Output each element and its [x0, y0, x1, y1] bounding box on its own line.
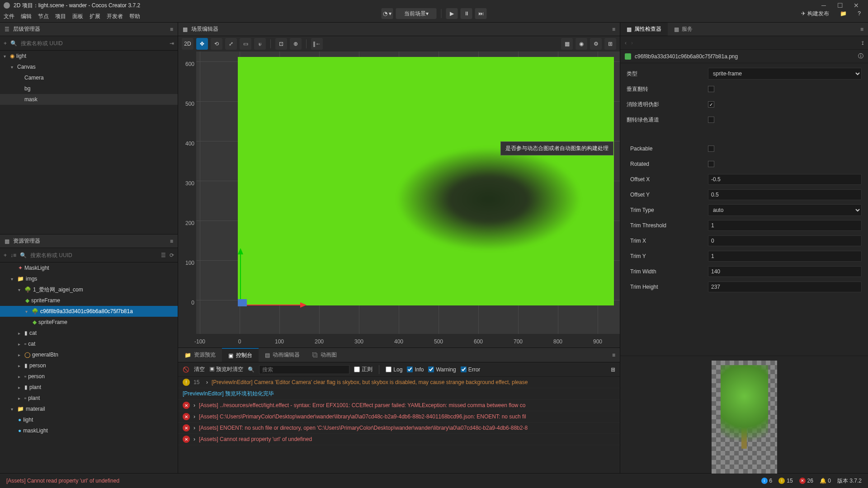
tab-console[interactable]: ▣ 控制台: [222, 348, 259, 362]
tool-btn[interactable]: ⊡: [275, 38, 287, 50]
panel-menu-icon[interactable]: ≡: [170, 26, 173, 33]
dropdown-button[interactable]: ◔ ▾: [382, 8, 393, 19]
scene-mask-node[interactable]: [396, 147, 581, 251]
tab-asset-preview[interactable]: 📁 资源预览: [178, 348, 222, 362]
clear-icon[interactable]: 🚫: [183, 366, 189, 373]
asset-folder-aigei[interactable]: ▾🌳1_爱给网_aigei_com: [0, 284, 178, 295]
console-search-input[interactable]: [259, 365, 349, 374]
panel-menu-icon[interactable]: ≡: [608, 352, 620, 358]
play-button[interactable]: ▶: [446, 8, 458, 19]
pause-button[interactable]: ⏸: [461, 8, 472, 19]
align-tool[interactable]: ‖←: [311, 38, 323, 50]
flip-g-checkbox[interactable]: [708, 117, 714, 123]
tree-node-canvas[interactable]: ▾Canvas: [0, 61, 178, 72]
forward-button[interactable]: ›: [631, 40, 633, 46]
asset-spriteframe[interactable]: ◆spriteFrame: [0, 317, 178, 328]
preview-clear[interactable]: ▣ 预览时清空: [209, 366, 243, 373]
tab-services[interactable]: ▦ 服务: [668, 23, 699, 36]
rotated-checkbox[interactable]: [708, 161, 714, 167]
asset-item[interactable]: ▸◯generalBtn: [0, 349, 178, 360]
type-select[interactable]: sprite-frame: [708, 68, 862, 80]
log-checkbox[interactable]: Log: [386, 366, 402, 373]
scene-canvas-node[interactable]: [238, 57, 614, 305]
asset-item[interactable]: ✦MaskLight: [0, 263, 178, 273]
locate-icon[interactable]: ⟟: [862, 40, 863, 46]
build-button[interactable]: ✈ 构建发布: [797, 8, 833, 19]
expand-icon[interactable]: ⊞: [611, 366, 615, 373]
tree-node-light[interactable]: ▾◉light: [0, 51, 178, 61]
tab-inspector[interactable]: ▦ 属性检查器: [620, 23, 668, 36]
tool-btn[interactable]: ⊕: [290, 38, 302, 50]
panel-menu-icon[interactable]: ≡: [612, 26, 615, 33]
add-icon[interactable]: +: [4, 252, 7, 258]
mode-2d-button[interactable]: 2D: [182, 38, 193, 50]
asset-item[interactable]: ▸▫cat: [0, 338, 178, 349]
asset-folder-material[interactable]: ▾📁materail: [0, 404, 178, 414]
regex-checkbox[interactable]: 正则: [354, 366, 373, 373]
move-tool[interactable]: ✥: [196, 38, 208, 50]
filter-icon[interactable]: ☰: [161, 252, 166, 258]
refresh-icon[interactable]: ⟳: [170, 252, 174, 258]
asset-spriteframe[interactable]: ◆spriteFrame: [0, 295, 178, 306]
collapse-icon[interactable]: ⇥: [170, 40, 174, 47]
trim-threshold-input[interactable]: [708, 220, 862, 231]
menu-help[interactable]: 帮助: [129, 13, 140, 20]
tab-animation-graph[interactable]: ⿻ 动画图: [306, 348, 343, 362]
step-button[interactable]: ⏭: [475, 8, 487, 19]
error-checkbox[interactable]: Error: [461, 366, 481, 373]
anchor-tool[interactable]: ᵾ: [254, 38, 266, 50]
scene-viewport[interactable]: 2D ✥ ⟲ ⤢ ▭ ᵾ ⊡ ⊕ ‖← ▦ ◉ ⚙ ⊞ 600 500 400: [178, 36, 620, 348]
scale-tool[interactable]: ⤢: [225, 38, 237, 50]
menu-edit[interactable]: 编辑: [21, 13, 32, 20]
gear-icon[interactable]: ⚙: [590, 38, 602, 50]
menu-project[interactable]: 项目: [55, 13, 66, 20]
asset-item[interactable]: ▸▮plant: [0, 382, 178, 393]
warning-checkbox[interactable]: Warning: [428, 366, 456, 373]
add-icon[interactable]: +: [4, 40, 7, 47]
back-button[interactable]: ‹: [625, 40, 627, 46]
rotate-tool[interactable]: ⟲: [211, 38, 222, 50]
trim-y-input[interactable]: [708, 251, 862, 262]
tree-node-camera[interactable]: Camera: [0, 72, 178, 83]
asset-folder-imgs[interactable]: ▾📁imgs: [0, 273, 178, 284]
menu-developer[interactable]: 开发者: [107, 13, 123, 20]
asset-item[interactable]: ▸▫plant: [0, 393, 178, 404]
tree-node-bg[interactable]: bg: [0, 83, 178, 94]
menu-extension[interactable]: 扩展: [90, 13, 100, 20]
flip-v-checkbox[interactable]: [708, 86, 714, 92]
folder-button[interactable]: 📁: [836, 8, 850, 19]
asset-item[interactable]: ▸▫person: [0, 371, 178, 382]
asset-item[interactable]: ▸▮person: [0, 360, 178, 371]
trim-height-input[interactable]: [708, 282, 862, 292]
menu-file[interactable]: 文件: [4, 13, 14, 20]
tool-btn[interactable]: ⊞: [604, 38, 616, 50]
packable-checkbox[interactable]: [708, 145, 714, 152]
asset-item[interactable]: ▸▮cat: [0, 328, 178, 338]
hierarchy-search-input[interactable]: [21, 40, 166, 47]
info-checkbox[interactable]: Info: [407, 366, 424, 373]
tree-node-mask[interactable]: mask: [0, 94, 178, 105]
offset-y-input[interactable]: [708, 189, 862, 200]
rect-tool[interactable]: ▭: [240, 38, 251, 50]
menu-panel[interactable]: 面板: [72, 13, 83, 20]
console-body[interactable]: !15›[PreviewInEditor] Camera 'Editor Cam…: [178, 377, 620, 473]
panel-menu-icon[interactable]: ≡: [856, 26, 868, 33]
tool-btn[interactable]: ▦: [561, 38, 573, 50]
asset-item[interactable]: ●light: [0, 414, 178, 425]
panel-menu-icon[interactable]: ≡: [170, 238, 173, 244]
tab-animation-editor[interactable]: ▤ 动画编辑器: [259, 348, 306, 362]
fix-alpha-checkbox[interactable]: ✓: [708, 101, 714, 108]
assets-search-input[interactable]: [30, 252, 157, 258]
trim-type-select[interactable]: auto: [708, 204, 862, 216]
asset-item[interactable]: ●maskLight: [0, 425, 178, 436]
scene-selector[interactable]: 当前场景 ▾: [396, 8, 437, 19]
tool-btn[interactable]: ◉: [576, 38, 587, 50]
trim-x-input[interactable]: [708, 235, 862, 246]
asset-selected[interactable]: ▾🌳c96f8b9a33d3401c96b6a80c75f7b81a: [0, 306, 178, 317]
help-button[interactable]: ?: [854, 8, 864, 19]
info-icon[interactable]: ⓘ: [858, 52, 863, 60]
offset-x-input[interactable]: [708, 174, 862, 185]
sort-icon[interactable]: ↓≡: [10, 252, 16, 258]
trim-width-input[interactable]: [708, 266, 862, 277]
clear-button[interactable]: 清空: [194, 366, 205, 373]
